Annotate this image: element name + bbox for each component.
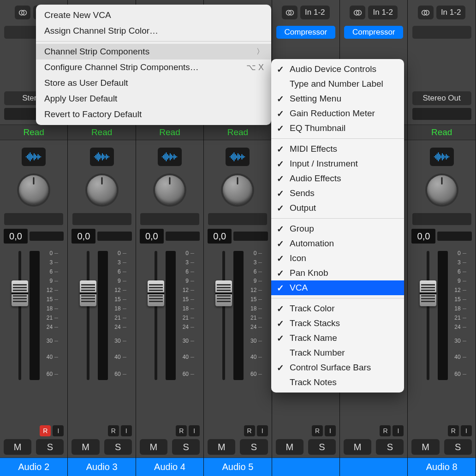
fader-cap-icon[interactable] xyxy=(12,280,28,306)
stereo-link-icon[interactable] xyxy=(418,6,434,19)
record-enable-button[interactable]: R xyxy=(40,425,51,436)
mute-button[interactable]: M xyxy=(140,439,167,455)
mute-button[interactable]: M xyxy=(208,439,235,455)
track-icon[interactable] xyxy=(158,148,182,166)
fader-cap-icon[interactable] xyxy=(420,280,436,306)
stereo-link-icon[interactable] xyxy=(282,6,298,19)
solo-button[interactable]: S xyxy=(444,439,472,455)
vca-slot[interactable] xyxy=(72,213,131,225)
gain-value[interactable]: 0,0 xyxy=(411,229,435,244)
submenu-item[interactable]: ✓Audio Effects xyxy=(271,171,404,186)
submenu-item[interactable]: ✓EQ Thumbnail xyxy=(271,121,404,136)
submenu-item[interactable]: ✓Sends xyxy=(271,186,404,201)
fader-cap-icon[interactable] xyxy=(80,280,96,306)
context-menu[interactable]: Create New VCAAssign Channel Strip Color… xyxy=(36,5,271,125)
submenu-item[interactable]: ✓Pan Knob xyxy=(271,266,404,280)
record-enable-button[interactable]: R xyxy=(380,425,391,436)
automation-mode[interactable]: Read xyxy=(204,125,271,140)
insert-slot[interactable]: Compressor xyxy=(344,26,403,39)
mute-button[interactable]: M xyxy=(276,439,303,455)
input-selector[interactable]: In 1-2 xyxy=(436,6,465,19)
mute-button[interactable]: M xyxy=(344,439,371,455)
output-selector[interactable]: Stereo Out xyxy=(412,91,471,105)
input-monitor-button[interactable]: I xyxy=(189,425,200,436)
submenu-item[interactable]: ✓Track Color xyxy=(271,301,404,316)
submenu-item[interactable]: ✓Track Name xyxy=(271,331,404,345)
input-monitor-button[interactable]: I xyxy=(325,425,336,436)
record-enable-button[interactable]: R xyxy=(176,425,187,436)
insert-slot[interactable]: Compressor xyxy=(276,26,335,39)
submenu-item[interactable]: ✓Control Surface Bars xyxy=(271,360,404,375)
submenu-item[interactable]: ✓Icon xyxy=(271,251,404,266)
solo-button[interactable]: S xyxy=(376,439,404,455)
fader-cap-icon[interactable] xyxy=(148,280,164,306)
record-enable-button[interactable]: R xyxy=(448,425,459,436)
submenu-item[interactable]: ✓VCA xyxy=(271,280,404,295)
track-name[interactable]: Audio 8 xyxy=(408,458,475,476)
mute-button[interactable]: M xyxy=(411,439,439,455)
submenu-item[interactable]: ✓Setting Menu xyxy=(271,91,404,106)
menu-item[interactable]: Configure Channel Strip Components…⌥ X xyxy=(36,60,271,75)
track-icon[interactable] xyxy=(430,148,454,166)
mute-button[interactable]: M xyxy=(4,439,31,455)
input-monitor-button[interactable]: I xyxy=(121,425,132,436)
submenu-item[interactable]: ✓Gain Reduction Meter xyxy=(271,106,404,121)
automation-mode[interactable]: Read xyxy=(408,125,475,140)
volume-fader[interactable] xyxy=(149,251,163,380)
mute-button[interactable]: M xyxy=(71,439,99,455)
input-monitor-button[interactable]: I xyxy=(53,425,64,436)
vca-slot[interactable] xyxy=(140,213,199,225)
record-enable-button[interactable]: R xyxy=(108,425,119,436)
volume-fader[interactable] xyxy=(217,251,231,380)
menu-item[interactable]: Channel Strip Components〉 xyxy=(36,44,271,60)
submenu-item[interactable]: ✓Audio Device Controls xyxy=(271,62,404,77)
track-name[interactable]: Audio 4 xyxy=(136,458,203,476)
gain-value[interactable]: 0,0 xyxy=(4,229,28,244)
input-selector[interactable]: In 1-2 xyxy=(300,6,329,19)
menu-item[interactable]: Create New VCA xyxy=(36,7,271,23)
input-monitor-button[interactable]: I xyxy=(461,425,472,436)
group-slot[interactable] xyxy=(412,108,471,120)
track-name[interactable]: Audio 5 xyxy=(204,458,271,476)
submenu-item[interactable]: Type and Number Label xyxy=(271,77,404,91)
submenu-item[interactable]: ✓Output xyxy=(271,201,404,215)
vca-slot[interactable] xyxy=(412,213,471,225)
pan-knob[interactable] xyxy=(427,175,457,205)
input-selector[interactable]: In 1-2 xyxy=(368,6,397,19)
vca-slot[interactable] xyxy=(4,213,63,225)
volume-fader[interactable] xyxy=(13,251,27,380)
channel-strip[interactable]: In 1-2Stereo OutRead0,003691215182124304… xyxy=(408,0,476,476)
pan-knob[interactable] xyxy=(87,175,117,205)
gain-value[interactable]: 0,0 xyxy=(140,229,164,244)
submenu-item[interactable]: ✓Group xyxy=(271,221,404,236)
fader-cap-icon[interactable] xyxy=(215,280,232,306)
menu-item[interactable]: Apply User Default xyxy=(36,91,271,107)
volume-fader[interactable] xyxy=(421,251,435,380)
gain-value[interactable]: 0,0 xyxy=(71,229,95,244)
volume-fader[interactable] xyxy=(81,251,95,380)
automation-mode[interactable]: Read xyxy=(0,125,67,140)
gain-value[interactable]: 0,0 xyxy=(208,229,232,244)
track-name[interactable]: Audio 3 xyxy=(68,458,135,476)
track-name[interactable] xyxy=(272,458,339,476)
submenu-item[interactable]: ✓MIDI Effects xyxy=(271,142,404,156)
record-enable-button[interactable]: R xyxy=(312,425,323,436)
submenu-item[interactable]: ✓Automation xyxy=(271,236,404,251)
pan-knob[interactable] xyxy=(223,175,252,205)
pan-knob[interactable] xyxy=(155,175,184,205)
menu-item[interactable]: Assign Channel Strip Color… xyxy=(36,23,271,39)
submenu-item[interactable]: Track Number xyxy=(271,345,404,360)
solo-button[interactable]: S xyxy=(172,439,200,455)
track-icon[interactable] xyxy=(22,148,46,166)
input-monitor-button[interactable]: I xyxy=(257,425,268,436)
insert-slot-empty[interactable] xyxy=(412,26,471,39)
menu-item[interactable]: Store as User Default xyxy=(36,75,271,91)
track-name[interactable]: Audio 2 xyxy=(0,458,67,476)
solo-button[interactable]: S xyxy=(308,439,336,455)
solo-button[interactable]: S xyxy=(240,439,268,455)
channel-strip-components-submenu[interactable]: ✓Audio Device ControlsType and Number La… xyxy=(271,59,404,393)
automation-mode[interactable]: Read xyxy=(68,125,135,140)
stereo-link-icon[interactable] xyxy=(15,6,30,19)
stereo-link-icon[interactable] xyxy=(350,6,365,19)
track-icon[interactable] xyxy=(226,148,250,166)
